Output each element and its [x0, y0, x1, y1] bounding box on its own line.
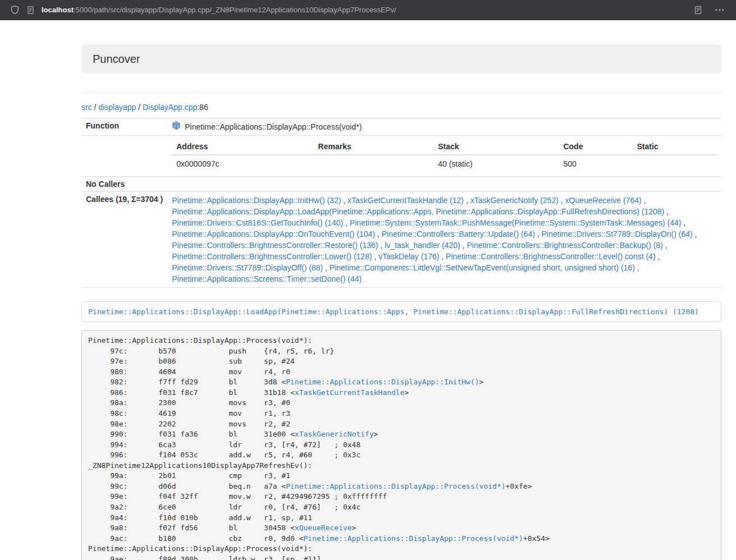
info-value-cell [314, 155, 434, 173]
callee-separator: , [535, 229, 542, 238]
function-info-row-spacer [81, 136, 167, 177]
callee-link[interactable]: Pinetime::System::SystemTask::PushMessag… [350, 218, 682, 227]
callee-link[interactable]: Pinetime::Applications::DisplayApp::Init… [172, 196, 341, 205]
disassembly-code: Pinetime::Applications::DisplayApp::Proc… [81, 330, 721, 560]
callee-link[interactable]: Pinetime::Controllers::Battery::Update()… [382, 229, 535, 238]
function-label: Function [81, 118, 167, 136]
callee-separator: , [693, 229, 697, 238]
code-symbol-link[interactable]: Pinetime::Applications::DisplayApp::Proc… [304, 534, 523, 543]
info-column-header: Code [559, 139, 632, 155]
callee-separator: , [642, 196, 646, 205]
callee-link[interactable]: xTaskGenericNotify (252) [470, 196, 559, 205]
page-content: Puncover src / displayapp / DisplayApp.c… [81, 44, 721, 560]
breadcrumb-line-number: :86 [197, 103, 208, 112]
symbol-panel: Pinetime::Applications::DisplayApp::Load… [81, 301, 721, 322]
callee-separator: , [464, 196, 470, 205]
callees-row: Callees (19, Σ=3704 ) Pinetime::Applicat… [81, 192, 721, 288]
callee-link[interactable]: xTaskGetCurrentTaskHandle (12) [348, 196, 464, 205]
info-column-header: Static [632, 139, 717, 155]
breadcrumb-separator: / [92, 103, 99, 112]
info-value-cell [632, 155, 717, 173]
function-icon [172, 121, 181, 132]
code-symbol-link[interactable]: xTaskGenericNotify [295, 430, 374, 438]
code-symbol-link[interactable]: Pinetime::Applications::DisplayApp::Proc… [286, 482, 505, 490]
info-value-row: 0x0000097c40 (static)500 [172, 155, 717, 173]
callee-link[interactable]: Pinetime::Applications::Screens::Timer::… [172, 274, 362, 283]
breadcrumb-link[interactable]: DisplayApp.cpp [143, 103, 197, 112]
callees-label: Callees (19, Σ=3704 ) [81, 192, 167, 288]
callee-link[interactable]: Pinetime::Drivers::St7789::DisplayOn() (… [542, 229, 693, 238]
breadcrumb-link[interactable]: displayapp [98, 103, 136, 112]
code-symbol-link[interactable]: xQueueReceive [295, 524, 352, 532]
callee-link[interactable]: Pinetime::Components::LittleVgl::SetNewT… [330, 263, 635, 272]
callee-link[interactable]: vTaskDelay (176) [378, 252, 439, 261]
callees-list: Pinetime::Applications::DisplayApp::Init… [167, 192, 721, 288]
function-info-table: AddressRemarksStackCodeStatic 0x0000097c… [172, 139, 717, 173]
callee-separator: , [663, 241, 668, 250]
callee-link[interactable]: Pinetime::Applications::DisplayApp::OnTo… [172, 229, 375, 238]
callee-link[interactable]: Pinetime::Drivers::Cst816S::GetTouchInfo… [172, 218, 343, 227]
callee-separator: , [460, 241, 467, 250]
callee-separator: , [343, 218, 350, 227]
info-value-cell: 0x0000097c [172, 155, 313, 173]
callee-link[interactable]: Pinetime::Controllers::BrightnessControl… [467, 241, 662, 250]
url-bar[interactable]: localhost:5000/path/src/displayapp/Displ… [42, 6, 684, 14]
info-column-header: Remarks [314, 139, 434, 155]
breadcrumb-link[interactable]: src [81, 103, 92, 112]
callee-link[interactable]: xQueueReceive (764) [565, 196, 642, 205]
page-title: Puncover [93, 52, 710, 66]
callee-separator: , [378, 241, 385, 250]
breadcrumb: src / displayapp / DisplayApp.cpp:86 [81, 102, 721, 112]
callee-separator: , [439, 252, 446, 261]
function-name: Pinetime::Applications::DisplayApp::Proc… [185, 122, 362, 132]
info-column-header: Stack [433, 139, 559, 155]
function-name-cell: Pinetime::Applications::DisplayApp::Proc… [172, 121, 717, 132]
reader-mode-icon[interactable] [690, 3, 706, 17]
page-info-icon[interactable] [22, 3, 38, 17]
callee-link[interactable]: Pinetime::Drivers::St7789::DisplayOff() … [172, 263, 323, 272]
callee-separator: , [635, 263, 639, 272]
overflow-menu-icon[interactable]: ⋯ [710, 5, 729, 15]
function-info-row: AddressRemarksStackCodeStatic 0x0000097c… [81, 136, 721, 177]
callee-separator: , [341, 196, 348, 205]
callee-link[interactable]: Pinetime::Applications::DisplayApp::Load… [172, 207, 664, 216]
callee-separator: , [375, 229, 382, 238]
function-row: Function Pinetime::Applications::Display… [81, 118, 721, 136]
symbol-panel-link[interactable]: Pinetime::Applications::DisplayApp::Load… [88, 307, 699, 316]
no-callers-row: No Callers [81, 177, 721, 192]
no-callers-label: No Callers [81, 177, 167, 192]
info-header-row: AddressRemarksStackCodeStatic [172, 139, 717, 155]
callee-separator: , [681, 218, 685, 227]
callee-separator: , [664, 207, 669, 216]
breadcrumb-separator: / [136, 103, 143, 112]
app-header: Puncover [81, 44, 721, 74]
callee-link[interactable]: Pinetime::Controllers::BrightnessControl… [172, 241, 378, 250]
tracking-protection-shield-icon[interactable] [7, 3, 22, 17]
info-value-cell: 500 [559, 155, 632, 173]
callee-separator: , [656, 252, 660, 261]
divider [81, 93, 721, 93]
callee-separator: , [372, 252, 379, 261]
callee-link[interactable]: lv_task_handler (420) [385, 241, 460, 250]
callee-separator: , [323, 263, 330, 272]
info-column-header: Address [172, 139, 313, 155]
url-host: localhost [42, 6, 74, 14]
callee-link[interactable]: Pinetime::Controllers::BrightnessControl… [446, 252, 655, 261]
callee-separator: , [559, 196, 565, 205]
url-path: :5000/path/src/displayapp/DisplayApp.cpp… [74, 6, 396, 14]
info-value-cell: 40 (static) [433, 155, 559, 173]
code-symbol-link[interactable]: Pinetime::Applications::DisplayApp::Init… [286, 378, 479, 386]
code-symbol-link[interactable]: xTaskGetCurrentTaskHandle [295, 388, 405, 397]
callee-link[interactable]: Pinetime::Controllers::BrightnessControl… [172, 252, 372, 261]
browser-toolbar: localhost:5000/path/src/displayapp/Displ… [0, 0, 736, 20]
function-table: Function Pinetime::Applications::Display… [81, 118, 721, 288]
